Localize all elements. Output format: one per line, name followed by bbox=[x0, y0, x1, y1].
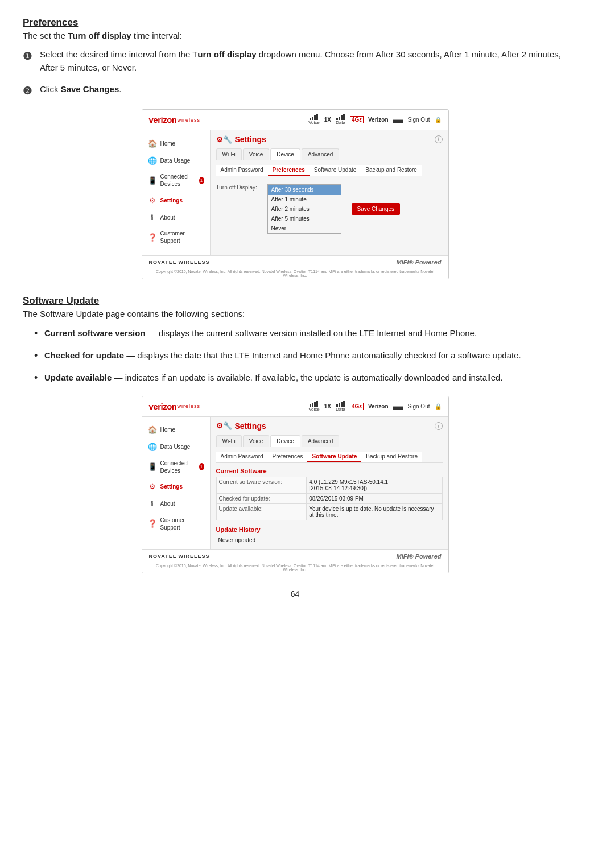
dbar-3 bbox=[341, 115, 343, 120]
screenshot-preferences: verizon wireless Voice 1X bbox=[142, 109, 449, 279]
support-label-1: Customer Support bbox=[160, 230, 204, 245]
sidebar-item-support-1[interactable]: ❓ Customer Support bbox=[142, 226, 210, 249]
data-1x-2: 1X bbox=[324, 403, 331, 410]
home-icon-2: 🏠 bbox=[148, 425, 157, 435]
step-1-num: ❶ bbox=[23, 48, 40, 64]
footer-1: NOVATEL WIRELESS MiFi® Powered bbox=[142, 255, 448, 268]
subtab-preferences-2[interactable]: Preferences bbox=[268, 452, 308, 462]
softwareupdate-content-2: Current Software Current software versio… bbox=[216, 468, 443, 545]
settings-gear-icon-2: ⚙🔧 bbox=[216, 421, 232, 430]
settings-text-1: Settings bbox=[235, 135, 266, 144]
sidebar-item-about-1[interactable]: ℹ About bbox=[142, 209, 210, 226]
settings-icon-1: ⚙ bbox=[148, 196, 157, 205]
data-1x-1: 1X bbox=[324, 117, 331, 123]
devices-icon-1: 📱 bbox=[148, 176, 157, 185]
sidebar-item-about-2[interactable]: ℹ About bbox=[142, 495, 210, 512]
lock-icon-2: 🔒 bbox=[435, 403, 442, 410]
turnoff-label-1: Turn off Display: bbox=[216, 184, 267, 191]
tab-wifi-1[interactable]: Wi-Fi bbox=[216, 148, 242, 160]
voice-signal-1: Voice bbox=[308, 114, 320, 125]
bar2-4 bbox=[316, 401, 318, 407]
signout-button-1[interactable]: Sign Out bbox=[408, 117, 430, 123]
settings-gear-icon-1: ⚙🔧 bbox=[216, 135, 232, 144]
dropdown-option-1m-1[interactable]: After 1 minute bbox=[268, 195, 341, 204]
data-signal-2: Data bbox=[336, 401, 345, 412]
sidebar-item-devices-2[interactable]: 📱 Connected Devices 1 bbox=[142, 456, 210, 478]
update-history-value-2: Never updated bbox=[216, 535, 443, 545]
voice-bars-1 bbox=[310, 114, 318, 120]
preferences-intro: The set the Turn off display time interv… bbox=[23, 31, 567, 40]
subtab-softwareupdate-2[interactable]: Software Update bbox=[307, 452, 361, 462]
sidebar-item-settings-1[interactable]: ⚙ Settings bbox=[142, 192, 210, 209]
info-icon-1[interactable]: i bbox=[435, 135, 443, 143]
page-number: 64 bbox=[23, 589, 567, 598]
support-label-2: Customer Support bbox=[160, 516, 204, 531]
content-1: ⚙🔧 Settings i Wi-Fi Voice Device Advance… bbox=[211, 130, 448, 255]
sidebar-item-devices-1[interactable]: 📱 Connected Devices 1 bbox=[142, 169, 210, 192]
dropdown-option-5m-1[interactable]: After 5 minutes bbox=[268, 214, 341, 224]
about-label-2: About bbox=[160, 500, 175, 507]
sidebar-item-settings-2[interactable]: ⚙ Settings bbox=[142, 478, 210, 495]
turnoff-dropdown-1[interactable]: After 30 seconds After 1 minute After 2 … bbox=[267, 184, 341, 234]
sidebar-1: 🏠 Home 🌐 Data Usage 📱 Connected Devices … bbox=[142, 130, 211, 255]
softwareupdate-bullets: • Current software version — displays th… bbox=[34, 326, 567, 386]
subtab-softwareupdate-1[interactable]: Software Update bbox=[310, 165, 361, 176]
subtabs-1: Admin Password Preferences Software Upda… bbox=[216, 165, 443, 176]
dropdown-option-never-1[interactable]: Never bbox=[268, 224, 341, 233]
tab-voice-2[interactable]: Voice bbox=[243, 435, 269, 447]
step-2: ❷ Click Save Changes. bbox=[23, 83, 567, 99]
subtab-backup-2[interactable]: Backup and Restore bbox=[361, 452, 422, 462]
voice-bars-2 bbox=[310, 401, 318, 407]
about-icon-1: ℹ bbox=[148, 213, 157, 222]
settings-label-2: Settings bbox=[160, 483, 183, 490]
subtab-preferences-1[interactable]: Preferences bbox=[268, 165, 310, 176]
info-icon-2[interactable]: i bbox=[435, 422, 443, 430]
subtab-adminpw-1[interactable]: Admin Password bbox=[216, 165, 268, 176]
step-2-num: ❷ bbox=[23, 83, 40, 99]
tab-device-2[interactable]: Device bbox=[270, 435, 300, 447]
turnoff-controls-1: After 30 seconds After 1 minute After 2 … bbox=[267, 184, 401, 234]
about-label-1: About bbox=[160, 214, 175, 221]
sw-label-checked-2: Checked for update: bbox=[216, 493, 307, 503]
voice-label-2: Voice bbox=[308, 407, 320, 412]
sidebar-item-datausage-1[interactable]: 🌐 Data Usage bbox=[142, 152, 210, 169]
tabs-1: Wi-Fi Voice Device Advanced bbox=[216, 148, 443, 160]
dropdown-option-30s-1[interactable]: After 30 seconds bbox=[268, 185, 341, 195]
data-label-1: Data bbox=[336, 120, 345, 125]
sidebar-2: 🏠 Home 🌐 Data Usage 📱 Connected Devices … bbox=[142, 417, 211, 549]
bullet-current-version: • Current software version — displays th… bbox=[34, 326, 567, 341]
home-label-1: Home bbox=[160, 140, 176, 147]
tab-advanced-1[interactable]: Advanced bbox=[302, 148, 339, 160]
datausage-label-1: Data Usage bbox=[160, 157, 191, 164]
sidebar-item-datausage-2[interactable]: 🌐 Data Usage bbox=[142, 439, 210, 456]
save-changes-button-1[interactable]: Save Changes bbox=[352, 203, 401, 215]
preferences-title: Preferences bbox=[23, 17, 567, 28]
signout-button-2[interactable]: Sign Out bbox=[408, 403, 430, 410]
softwareupdate-title: Software Update bbox=[23, 295, 567, 307]
subtab-backup-1[interactable]: Backup and Restore bbox=[361, 165, 422, 176]
dropdown-option-2m-1[interactable]: After 2 minutes bbox=[268, 204, 341, 214]
bullet-dot-3: • bbox=[34, 371, 44, 385]
sidebar-item-support-2[interactable]: ❓ Customer Support bbox=[142, 512, 210, 535]
update-history-section-2: Update History Never updated bbox=[216, 526, 443, 545]
step-1-text: Select the desired time interval from th… bbox=[40, 48, 567, 74]
software-info-table-2: Current software version: 4.0 (L1.229 M9… bbox=[216, 477, 443, 520]
sw-label-available-2: Update available: bbox=[216, 503, 307, 520]
carrier-name-2: Verizon bbox=[368, 403, 389, 410]
sidebar-item-home-2[interactable]: 🏠 Home bbox=[142, 421, 210, 439]
tab-device-1[interactable]: Device bbox=[270, 148, 300, 160]
bar-4 bbox=[316, 114, 318, 120]
bullet-update-available: • Update available — indicates if an upd… bbox=[34, 371, 567, 385]
tab-advanced-2[interactable]: Advanced bbox=[302, 435, 339, 447]
devices-badge-2: 1 bbox=[199, 463, 204, 470]
subtab-adminpw-2[interactable]: Admin Password bbox=[216, 452, 268, 462]
tab-voice-1[interactable]: Voice bbox=[243, 148, 269, 160]
home-label-2: Home bbox=[160, 426, 176, 433]
devices-label-1: Connected Devices bbox=[160, 173, 195, 188]
body-2: 🏠 Home 🌐 Data Usage 📱 Connected Devices … bbox=[142, 417, 448, 549]
tab-wifi-2[interactable]: Wi-Fi bbox=[216, 435, 242, 447]
datausage-icon-1: 🌐 bbox=[148, 156, 157, 165]
sidebar-item-home-1[interactable]: 🏠 Home bbox=[142, 135, 210, 152]
body-1: 🏠 Home 🌐 Data Usage 📱 Connected Devices … bbox=[142, 130, 448, 255]
devices-icon-2: 📱 bbox=[148, 462, 157, 472]
